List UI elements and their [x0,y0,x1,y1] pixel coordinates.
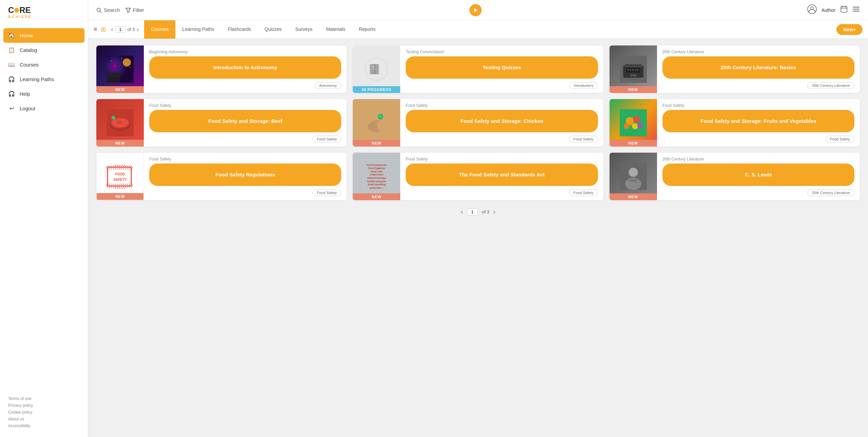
card-literature-top: NEW 20th Century Literature 20th Century… [610,45,860,93]
card-beef-button[interactable]: Food Safety and Storage: Beef [149,110,341,132]
sidebar-item-catalog[interactable]: 📋 Catalog [0,43,88,57]
pagination-next-button[interactable]: › [493,208,495,215]
card-testing-tag[interactable]: Introductory [570,82,598,89]
card-fruits: NEW Food Safety Food Safety and Storage:… [610,99,860,147]
card-astronomy-right: Beginning Astronomy Introduction to Astr… [144,45,347,93]
card-food-standards-tag[interactable]: Food Safety [569,189,598,196]
page-next-button[interactable]: › [137,26,139,33]
card-literature-button[interactable]: 20th Century Literature: Basics [662,56,854,79]
play-button[interactable] [469,4,482,16]
sidebar-item-courses[interactable]: 📖 Courses [0,57,88,72]
tab-quizzes[interactable]: Quizzes [258,20,289,39]
card-testing-top: IN PROGRESS Testing CoreAchieve! Testing… [353,45,603,93]
page-nav: ‹ of 3 › [111,26,139,33]
page-total: of 3 [128,27,135,32]
footer-privacy[interactable]: Privacy policy [8,403,80,408]
sidebar-footer: Terms of use Privacy policy Cookie polic… [0,390,88,437]
footer-cookie[interactable]: Cookie policy [8,410,80,415]
svg-text:★ ★ ★ ★ ★: ★ ★ ★ ★ ★ [115,164,126,166]
pagination-page-input[interactable] [467,208,478,215]
card-beef-tag[interactable]: Food Safety [312,136,341,142]
logo-achieve: ACHIEVE [8,15,32,19]
sidebar-item-home[interactable]: 🏠 Home [3,28,84,43]
card-food-safety-reg-image: FOOD SAFETY ★ ★ ★ ★ ★ ★ ★ ★ ★ ★ NEW [96,153,144,200]
sidebar-item-help[interactable]: 🎧 Help [0,87,88,101]
card-chicken-top: NEW Food Safety Food Safety and Storage:… [353,99,603,147]
svg-point-14 [123,58,131,66]
page-input[interactable] [115,26,126,33]
card-cs-lewis-badge: NEW [610,193,657,200]
card-cs-lewis-category: 20th Century Literature [662,157,854,162]
card-food-safety-reg-tag[interactable]: Food Safety [312,189,341,196]
svg-point-35 [637,69,638,71]
tab-materials[interactable]: Materials [319,20,352,39]
card-cs-lewis-button[interactable]: C. S. Lewis [662,164,854,186]
sidebar-item-learning-paths[interactable]: 🎧 Learning Paths [0,72,88,87]
card-cs-lewis-tag[interactable]: 20th Century Literature [807,189,854,196]
page-prev-button[interactable]: ‹ [111,26,113,33]
logout-icon: ↩ [8,105,15,112]
card-food-safety-reg-button[interactable]: Food Safety Regulations [149,164,341,186]
tab-surveys[interactable]: Surveys [289,20,320,39]
list-view-icon[interactable]: ≡ [94,26,97,33]
svg-point-16 [111,60,112,61]
main: Search Filter [88,0,868,437]
tab-flashcards[interactable]: Flashcards [221,20,258,39]
svg-point-49 [378,115,383,118]
pagination-total: of 3 [482,209,489,214]
courses-grid: NEW Beginning Astronomy Introduction to … [96,45,860,200]
tab-reports[interactable]: Reports [352,20,382,39]
author-label: Author [822,7,835,13]
sidebar-nav: 🏠 Home 📋 Catalog 📖 Courses 🎧 Learning Pa… [0,25,88,390]
footer-terms[interactable]: Terms of use [8,396,80,401]
svg-point-4 [808,5,816,14]
filter-button[interactable]: Filter [126,7,144,13]
card-fruits-category: Food Safety [662,103,854,108]
card-food-standards-right: Food Safety The Food Safety and Standard… [400,153,603,200]
avatar-icon[interactable] [807,4,817,16]
pagination-prev-button[interactable]: ‹ [461,208,463,215]
cs-lewis-svg [620,163,647,190]
calendar-icon[interactable] [840,5,848,15]
card-food-standards-top: food foodbornefood hygienefood safeinspe… [353,153,603,200]
tab-learning-paths[interactable]: Learning Paths [175,20,221,39]
card-fruits-tag[interactable]: Food Safety [826,136,854,142]
topbar: Search Filter [88,0,868,20]
card-fruits-button[interactable]: Food Safety and Storage: Fruits and Vege… [662,110,854,132]
chicken-svg [363,109,390,136]
home-icon: 🏠 [8,32,15,39]
beef-svg [107,109,134,136]
svg-rect-58 [108,167,131,186]
hamburger-icon[interactable] [852,5,860,15]
sidebar-item-logout[interactable]: ↩ Logout [0,101,88,116]
tab-courses[interactable]: Courses [144,20,175,39]
topbar-center [469,4,482,16]
new-button[interactable]: New+ [836,24,863,35]
card-chicken-tag[interactable]: Food Safety [569,136,598,142]
card-cs-lewis-right: 20th Century Literature C. S. Lewis 20th… [657,153,860,200]
svg-rect-36 [630,74,637,76]
card-literature-tag[interactable]: 20th Century Literature [807,82,854,89]
sidebar-item-catalog-label: Catalog [20,47,37,53]
topbar-left: Search Filter [96,7,144,13]
search-button[interactable]: Search [96,7,120,13]
footer-accessibility[interactable]: Accessibility [8,423,80,428]
footer-about[interactable]: About us [8,417,80,421]
svg-point-34 [635,69,636,71]
card-testing-badge: IN PROGRESS [353,86,400,93]
card-astronomy-tag[interactable]: Astronomy [315,82,342,89]
fruits-svg [620,109,647,136]
card-astronomy-button[interactable]: Introduction to Astronomy [149,56,341,79]
card-testing-button[interactable]: Testing Quizzes [406,56,598,79]
card-astronomy-image: NEW [96,45,144,93]
card-chicken-badge: NEW [353,140,400,147]
svg-rect-70 [629,179,637,182]
card-chicken-button[interactable]: Food Safety and Storage: Chicken [406,110,598,132]
svg-marker-3 [474,8,478,12]
card-chicken-category: Food Safety [406,103,598,108]
card-testing-quizzes: IN PROGRESS Testing CoreAchieve! Testing… [353,45,603,93]
grid-view-icon[interactable]: ⊞ [101,26,106,33]
calendar-icon-svg [840,5,848,13]
card-food-standards-button[interactable]: The Food Safety and Standards Act [406,164,598,186]
play-icon [473,8,478,13]
